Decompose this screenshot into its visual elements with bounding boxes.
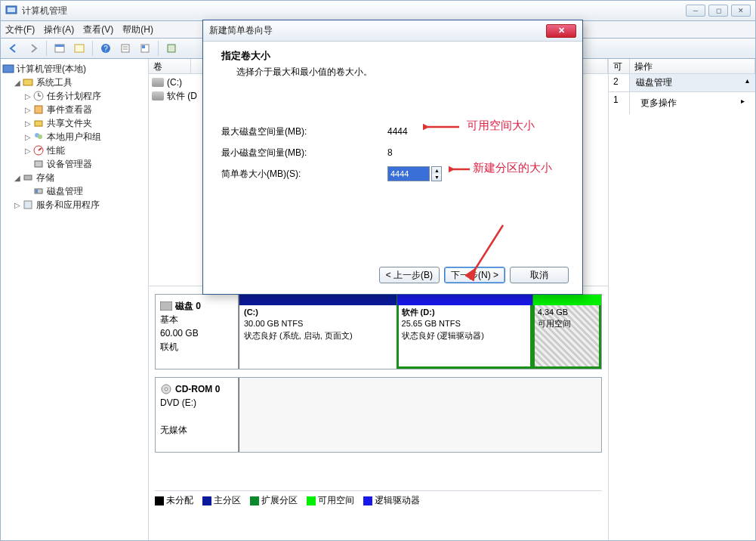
forward-button[interactable] bbox=[25, 40, 42, 57]
wizard-heading: 指定卷大小 bbox=[221, 49, 564, 63]
menu-action[interactable]: 操作(A) bbox=[44, 23, 74, 36]
cdrom-row: CD-ROM 0 DVD (E:) 无媒体 bbox=[155, 377, 602, 453]
volume-size-input[interactable] bbox=[387, 166, 430, 181]
back-button[interactable] bbox=[5, 40, 22, 57]
tree-services-apps[interactable]: ▷服务和应用程序 bbox=[2, 198, 147, 212]
disk-legend: 未分配 主分区 扩展分区 可用空间 逻辑驱动器 bbox=[155, 490, 602, 510]
menu-file[interactable]: 文件(F) bbox=[5, 23, 35, 36]
toolbar-icon-2[interactable] bbox=[71, 40, 88, 57]
wizard-cancel-button[interactable]: 取消 bbox=[510, 267, 569, 283]
svg-rect-24 bbox=[35, 161, 42, 167]
svg-line-34 bbox=[474, 225, 503, 270]
window-titlebar: 计算机管理 ─ ◻ ✕ bbox=[0, 0, 756, 21]
svg-rect-13 bbox=[3, 65, 14, 73]
new-volume-wizard: 新建简单卷向导 ✕ 指定卷大小 选择介于最大和最小值的卷大小。 最大磁盘空间量(… bbox=[202, 20, 583, 295]
toolbar-icon-1[interactable] bbox=[51, 40, 68, 57]
min-space-row: 最小磁盘空间量(MB): 8 bbox=[221, 142, 564, 163]
cdrom-info[interactable]: CD-ROM 0 DVD (E:) 无媒体 bbox=[156, 378, 239, 452]
svg-rect-4 bbox=[75, 45, 84, 52]
partition-free[interactable]: 4.34 GB 可用空间 bbox=[532, 295, 601, 369]
svg-rect-1 bbox=[8, 8, 15, 12]
actions-section[interactable]: 磁盘管理▴ bbox=[630, 74, 755, 92]
svg-rect-14 bbox=[23, 79, 32, 85]
partition-d[interactable]: 软件 (D:) 25.65 GB NTFS 状态良好 (逻辑驱动器) bbox=[397, 295, 532, 369]
more-actions[interactable]: 更多操作▸ bbox=[630, 92, 755, 114]
svg-rect-25 bbox=[24, 175, 32, 180]
col-avail[interactable]: 可 bbox=[609, 59, 630, 73]
svg-rect-19 bbox=[35, 121, 42, 126]
actions-panel: 可 操作 2 磁盘管理▴ 1 更多操作▸ bbox=[608, 59, 755, 540]
svg-point-21 bbox=[38, 134, 42, 139]
volume-size-spinner[interactable]: ▲▼ bbox=[431, 166, 442, 181]
annotation-arrow-1 bbox=[423, 121, 461, 133]
wizard-close-button[interactable]: ✕ bbox=[546, 24, 576, 38]
wizard-subheading: 选择介于最大和最小值的卷大小。 bbox=[236, 66, 564, 79]
tree-performance[interactable]: ▷性能 bbox=[2, 144, 147, 157]
help-icon[interactable]: ? bbox=[97, 40, 114, 57]
annotation-available-space: 可用空间大小 bbox=[467, 119, 535, 133]
annotation-arrow-3 bbox=[465, 221, 511, 281]
min-space-value: 8 bbox=[387, 147, 478, 158]
tree-device-manager[interactable]: 设备管理器 bbox=[2, 157, 147, 171]
toolbar-icon-4[interactable] bbox=[117, 40, 134, 57]
minimize-button[interactable]: ─ bbox=[686, 5, 705, 17]
toolbar-icon-5[interactable] bbox=[137, 40, 153, 57]
tree-disk-management[interactable]: 磁盘管理 bbox=[2, 184, 147, 198]
col-volume[interactable]: 卷 bbox=[149, 59, 191, 73]
disk-graphical-view: 磁盘 0 基本 60.00 GB 联机 (C:) 30.00 GB NTFS 状… bbox=[149, 286, 608, 540]
tree-task-scheduler[interactable]: ▷任务计划程序 bbox=[2, 89, 147, 103]
svg-rect-7 bbox=[122, 45, 129, 52]
menu-view[interactable]: 查看(V) bbox=[83, 23, 113, 36]
annotation-new-partition-size: 新建分区的大小 bbox=[473, 161, 552, 175]
svg-rect-27 bbox=[35, 190, 38, 193]
close-button[interactable]: ✕ bbox=[731, 5, 751, 17]
menu-help[interactable]: 帮助(H) bbox=[122, 23, 153, 36]
tree-storage[interactable]: ◢存储 bbox=[2, 171, 147, 184]
tree-system-tools[interactable]: ◢系统工具 bbox=[2, 76, 147, 89]
annotation-arrow-2 bbox=[449, 163, 471, 175]
maximize-button[interactable]: ◻ bbox=[708, 5, 728, 17]
partition-c[interactable]: (C:) 30.00 GB NTFS 状态良好 (系统, 启动, 页面文) bbox=[239, 295, 397, 369]
svg-rect-28 bbox=[24, 201, 32, 209]
navigation-tree: 计算机管理(本地) ◢系统工具 ▷任务计划程序 ▷事件查看器 ▷共享文件夹 ▷本… bbox=[1, 59, 149, 540]
toolbar-icon-6[interactable] bbox=[163, 40, 180, 57]
wizard-titlebar[interactable]: 新建简单卷向导 ✕ bbox=[203, 20, 582, 42]
disk-0-row: 磁盘 0 基本 60.00 GB 联机 (C:) 30.00 GB NTFS 状… bbox=[155, 294, 602, 369]
tree-local-users[interactable]: ▷本地用户和组 bbox=[2, 130, 147, 144]
svg-rect-11 bbox=[142, 45, 145, 48]
svg-point-31 bbox=[165, 388, 168, 391]
window-title: 计算机管理 bbox=[22, 5, 686, 17]
svg-rect-3 bbox=[55, 45, 64, 47]
svg-rect-29 bbox=[160, 301, 172, 311]
tree-root[interactable]: 计算机管理(本地) bbox=[2, 62, 147, 76]
tree-shared-folders[interactable]: ▷共享文件夹 bbox=[2, 116, 147, 130]
disk-0-info[interactable]: 磁盘 0 基本 60.00 GB 联机 bbox=[156, 295, 239, 369]
tree-event-viewer[interactable]: ▷事件查看器 bbox=[2, 103, 147, 116]
svg-rect-12 bbox=[168, 45, 175, 52]
actions-header: 操作 bbox=[630, 59, 755, 73]
svg-text:?: ? bbox=[103, 45, 108, 53]
svg-rect-18 bbox=[35, 106, 42, 113]
wizard-back-button[interactable]: < 上一步(B) bbox=[379, 267, 440, 283]
app-icon bbox=[5, 5, 17, 17]
